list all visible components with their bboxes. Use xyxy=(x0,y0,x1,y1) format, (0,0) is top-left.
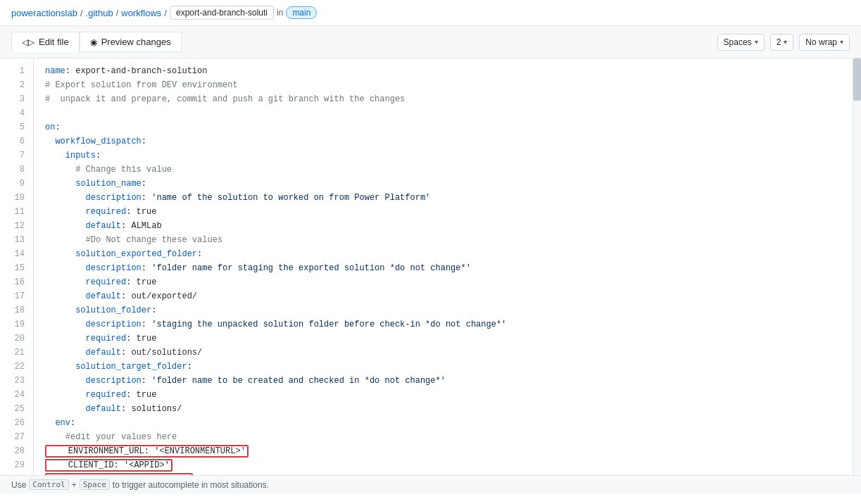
line-number: 13 xyxy=(0,233,33,247)
wrap-select[interactable]: No wrap ▾ xyxy=(799,34,850,51)
code-line: # Export solution from DEV environment xyxy=(45,78,850,92)
code-line: description: 'staging the unpacked solut… xyxy=(45,317,850,332)
line-number: 21 xyxy=(0,346,33,360)
code-line: required: true xyxy=(45,205,850,219)
status-plus: + xyxy=(72,480,77,490)
line-number: 4 xyxy=(0,106,33,120)
line-number: 1 xyxy=(0,64,33,78)
branch-label-in: in xyxy=(277,8,283,18)
line-number: 19 xyxy=(0,317,33,332)
code-line: TENANT_ID: '<TENANT ID>' xyxy=(45,472,850,475)
code-line: solution_folder: xyxy=(45,303,850,317)
editor-scrollbar[interactable] xyxy=(853,58,861,475)
indent-value: 2 xyxy=(777,37,781,47)
code-line: #edit your values here xyxy=(45,430,850,444)
code-line: description: 'folder name to be created … xyxy=(45,374,850,388)
breadcrumb-repo[interactable]: .github xyxy=(86,8,113,18)
line-number: 11 xyxy=(0,205,33,219)
code-line: inputs: xyxy=(45,149,850,163)
code-line: default: out/solutions/ xyxy=(45,346,850,360)
line-number: 29 xyxy=(0,458,33,472)
breadcrumb-sep3: / xyxy=(164,8,167,18)
line-number: 23 xyxy=(0,374,33,388)
code-line: name: export-and-branch-solution xyxy=(45,64,850,78)
line-number: 27 xyxy=(0,430,33,444)
line-number: 6 xyxy=(0,134,33,149)
code-line: solution_target_folder: xyxy=(45,360,850,374)
line-numbers: 1234567891011121314151617181920212223242… xyxy=(0,58,34,475)
line-number: 28 xyxy=(0,444,33,458)
line-number: 22 xyxy=(0,360,33,374)
status-use: Use xyxy=(11,480,26,490)
breadcrumb-file: export-and-branch-soluti xyxy=(170,6,274,20)
code-line: default: solutions/ xyxy=(45,402,850,416)
breadcrumb-folder[interactable]: workflows xyxy=(121,8,161,18)
indent-select[interactable]: 2 ▾ xyxy=(770,34,794,51)
line-number: 26 xyxy=(0,416,33,430)
code-line: solution_exported_folder: xyxy=(45,247,850,261)
code-content[interactable]: name: export-and-branch-solution# Export… xyxy=(34,58,861,475)
code-line: default: out/exported/ xyxy=(45,289,850,303)
edit-file-label: Edit file xyxy=(39,37,69,47)
line-number: 15 xyxy=(0,261,33,275)
editor-toolbar: ◁▷ Edit file ◉ Preview changes Spaces ▾ … xyxy=(0,26,861,58)
code-line: required: true xyxy=(45,332,850,346)
code-line: #Do Not change these values xyxy=(45,233,850,247)
line-number: 10 xyxy=(0,191,33,205)
edit-icon: ◁▷ xyxy=(22,37,34,47)
spaces-label: Spaces xyxy=(724,37,752,47)
line-number: 30 xyxy=(0,472,33,475)
code-line: default: ALMLab xyxy=(45,219,850,233)
line-number: 24 xyxy=(0,388,33,402)
editor-container: 1234567891011121314151617181920212223242… xyxy=(0,58,861,475)
status-text: to trigger autocomplete in most situatio… xyxy=(113,480,269,490)
line-number: 25 xyxy=(0,402,33,416)
line-number: 3 xyxy=(0,92,33,106)
branch-badge[interactable]: main xyxy=(286,6,317,19)
line-number: 18 xyxy=(0,303,33,317)
code-line: env: xyxy=(45,416,850,430)
line-number: 14 xyxy=(0,247,33,261)
spaces-select[interactable]: Spaces ▾ xyxy=(717,34,765,51)
eye-icon: ◉ xyxy=(90,37,97,47)
breadcrumb-org[interactable]: poweractionslab xyxy=(11,8,77,18)
code-line: # Change this value xyxy=(45,163,850,177)
code-line xyxy=(45,106,850,120)
wrap-label: No wrap xyxy=(805,37,837,47)
code-line: required: true xyxy=(45,275,850,289)
breadcrumb: poweractionslab / .github / workflows / … xyxy=(0,0,861,26)
edit-file-tab[interactable]: ◁▷ Edit file xyxy=(11,32,80,52)
line-number: 2 xyxy=(0,78,33,92)
status-ctrl: Control xyxy=(29,479,68,490)
wrap-chevron-icon: ▾ xyxy=(840,38,843,46)
status-bar: Use Control + Space to trigger autocompl… xyxy=(0,475,861,493)
line-number: 12 xyxy=(0,219,33,233)
line-number: 20 xyxy=(0,332,33,346)
code-line: workflow_dispatch: xyxy=(45,134,850,149)
preview-tab-label: Preview changes xyxy=(101,37,171,47)
code-line: required: true xyxy=(45,388,850,402)
breadcrumb-sep1: / xyxy=(80,8,83,18)
code-line: solution_name: xyxy=(45,177,850,191)
code-line: on: xyxy=(45,120,850,134)
preview-changes-tab[interactable]: ◉ Preview changes xyxy=(80,32,182,52)
code-line: ENVIRONMENT_URL: '<ENVIRONMENTURL>' xyxy=(45,444,850,458)
line-number: 17 xyxy=(0,289,33,303)
line-number: 9 xyxy=(0,177,33,191)
toolbar-controls: Spaces ▾ 2 ▾ No wrap ▾ xyxy=(717,34,850,51)
code-line: description: 'name of the solution to wo… xyxy=(45,191,850,205)
status-space: Space xyxy=(80,479,110,490)
spaces-chevron-icon: ▾ xyxy=(755,38,758,46)
scrollbar-thumb[interactable] xyxy=(853,58,861,101)
code-line: # unpack it and prepare, commit and push… xyxy=(45,92,850,106)
breadcrumb-sep2: / xyxy=(116,8,119,18)
line-number: 16 xyxy=(0,275,33,289)
code-line: CLIENT_ID: '<APPID>' xyxy=(45,458,850,472)
code-line: description: 'folder name for staging th… xyxy=(45,261,850,275)
line-number: 7 xyxy=(0,149,33,163)
line-number: 5 xyxy=(0,120,33,134)
indent-chevron-icon: ▾ xyxy=(784,38,787,46)
line-number: 8 xyxy=(0,163,33,177)
